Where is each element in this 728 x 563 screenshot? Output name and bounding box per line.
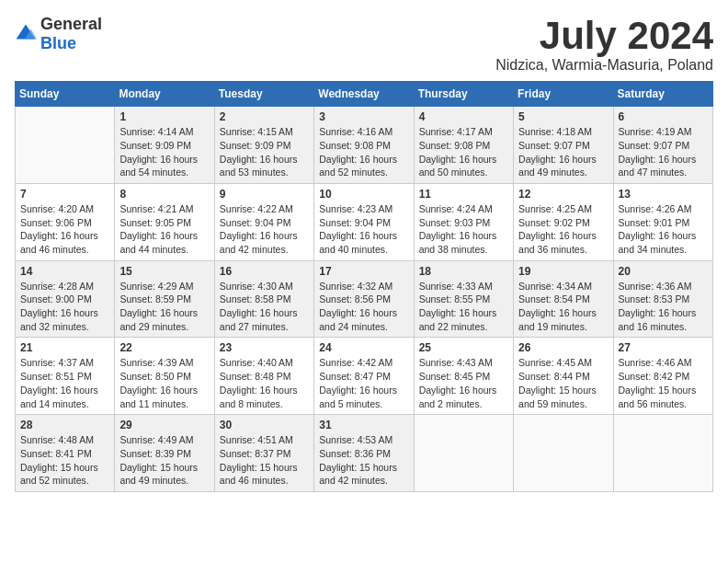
day-info: Sunrise: 4:22 AM Sunset: 9:04 PM Dayligh… <box>220 202 309 257</box>
day-info: Sunrise: 4:34 AM Sunset: 8:54 PM Dayligh… <box>518 280 608 334</box>
calendar-week-row: 21Sunrise: 4:37 AM Sunset: 8:51 PM Dayli… <box>16 338 713 415</box>
day-number: 29 <box>119 419 209 431</box>
calendar-cell: 1Sunrise: 4:14 AM Sunset: 9:09 PM Daylig… <box>115 107 214 184</box>
day-number: 16 <box>220 265 309 278</box>
day-number: 31 <box>319 419 408 431</box>
calendar-cell: 28Sunrise: 4:48 AM Sunset: 8:41 PM Dayli… <box>16 415 115 492</box>
calendar-cell: 5Sunrise: 4:18 AM Sunset: 9:07 PM Daylig… <box>514 107 613 184</box>
calendar-cell: 6Sunrise: 4:19 AM Sunset: 9:07 PM Daylig… <box>613 107 712 184</box>
day-number: 6 <box>619 110 708 123</box>
calendar-cell: 25Sunrise: 4:43 AM Sunset: 8:45 PM Dayli… <box>414 338 513 415</box>
weekday-header-sunday: Sunday <box>16 82 115 107</box>
calendar-week-row: 1Sunrise: 4:14 AM Sunset: 9:09 PM Daylig… <box>16 107 713 184</box>
day-info: Sunrise: 4:39 AM Sunset: 8:50 PM Dayligh… <box>119 356 209 410</box>
day-info: Sunrise: 4:51 AM Sunset: 8:37 PM Dayligh… <box>220 433 309 488</box>
calendar-week-row: 7Sunrise: 4:20 AM Sunset: 9:06 PM Daylig… <box>16 183 713 260</box>
day-info: Sunrise: 4:32 AM Sunset: 8:56 PM Dayligh… <box>319 280 408 334</box>
day-number: 9 <box>220 188 309 201</box>
day-number: 21 <box>20 341 109 354</box>
calendar: SundayMondayTuesdayWednesdayThursdayFrid… <box>15 81 713 492</box>
calendar-week-row: 28Sunrise: 4:48 AM Sunset: 8:41 PM Dayli… <box>16 415 713 492</box>
logo-blue: Blue <box>40 34 76 52</box>
day-info: Sunrise: 4:14 AM Sunset: 9:09 PM Dayligh… <box>119 125 209 179</box>
day-number: 26 <box>518 341 608 354</box>
day-info: Sunrise: 4:43 AM Sunset: 8:45 PM Dayligh… <box>419 356 508 410</box>
weekday-header-wednesday: Wednesday <box>314 82 414 107</box>
calendar-cell: 23Sunrise: 4:40 AM Sunset: 8:48 PM Dayli… <box>214 338 313 415</box>
day-number: 4 <box>419 110 508 123</box>
day-info: Sunrise: 4:24 AM Sunset: 9:03 PM Dayligh… <box>419 202 508 257</box>
day-number: 20 <box>619 265 708 278</box>
calendar-cell: 17Sunrise: 4:32 AM Sunset: 8:56 PM Dayli… <box>314 260 414 338</box>
day-number: 24 <box>319 341 408 354</box>
logo-general: General <box>40 15 102 33</box>
logo-icon <box>15 23 37 45</box>
day-info: Sunrise: 4:40 AM Sunset: 8:48 PM Dayligh… <box>220 356 309 410</box>
day-info: Sunrise: 4:30 AM Sunset: 8:58 PM Dayligh… <box>220 280 309 334</box>
day-number: 13 <box>619 188 708 201</box>
calendar-cell <box>514 415 613 492</box>
calendar-cell: 4Sunrise: 4:17 AM Sunset: 9:08 PM Daylig… <box>414 107 513 184</box>
day-number: 3 <box>319 110 408 123</box>
calendar-cell: 20Sunrise: 4:36 AM Sunset: 8:53 PM Dayli… <box>613 260 712 338</box>
calendar-cell: 14Sunrise: 4:28 AM Sunset: 9:00 PM Dayli… <box>16 260 115 338</box>
calendar-cell <box>414 415 513 492</box>
calendar-cell: 9Sunrise: 4:22 AM Sunset: 9:04 PM Daylig… <box>214 183 313 260</box>
day-number: 14 <box>20 265 109 278</box>
day-info: Sunrise: 4:28 AM Sunset: 9:00 PM Dayligh… <box>20 280 109 334</box>
calendar-cell: 26Sunrise: 4:45 AM Sunset: 8:44 PM Dayli… <box>514 338 613 415</box>
day-info: Sunrise: 4:45 AM Sunset: 8:44 PM Dayligh… <box>518 356 608 410</box>
day-number: 23 <box>220 341 309 354</box>
day-info: Sunrise: 4:23 AM Sunset: 9:04 PM Dayligh… <box>319 202 408 257</box>
calendar-cell: 24Sunrise: 4:42 AM Sunset: 8:47 PM Dayli… <box>314 338 414 415</box>
day-info: Sunrise: 4:53 AM Sunset: 8:36 PM Dayligh… <box>319 433 408 488</box>
day-info: Sunrise: 4:46 AM Sunset: 8:42 PM Dayligh… <box>619 356 708 410</box>
day-number: 11 <box>419 188 508 201</box>
calendar-cell: 7Sunrise: 4:20 AM Sunset: 9:06 PM Daylig… <box>16 183 115 260</box>
calendar-cell: 22Sunrise: 4:39 AM Sunset: 8:50 PM Dayli… <box>115 338 214 415</box>
weekday-header-tuesday: Tuesday <box>214 82 313 107</box>
day-number: 15 <box>119 265 209 278</box>
day-number: 10 <box>319 188 408 201</box>
day-info: Sunrise: 4:20 AM Sunset: 9:06 PM Dayligh… <box>20 202 109 257</box>
day-info: Sunrise: 4:16 AM Sunset: 9:08 PM Dayligh… <box>319 125 408 179</box>
day-info: Sunrise: 4:21 AM Sunset: 9:05 PM Dayligh… <box>119 202 209 257</box>
day-info: Sunrise: 4:15 AM Sunset: 9:09 PM Dayligh… <box>220 125 309 179</box>
calendar-cell: 3Sunrise: 4:16 AM Sunset: 9:08 PM Daylig… <box>314 107 414 184</box>
day-number: 25 <box>419 341 508 354</box>
month-title: July 2024 <box>495 15 713 57</box>
calendar-cell: 27Sunrise: 4:46 AM Sunset: 8:42 PM Dayli… <box>613 338 712 415</box>
weekday-header-thursday: Thursday <box>414 82 513 107</box>
calendar-cell: 19Sunrise: 4:34 AM Sunset: 8:54 PM Dayli… <box>514 260 613 338</box>
weekday-header-friday: Friday <box>514 82 613 107</box>
location-title: Nidzica, Warmia-Masuria, Poland <box>495 57 713 74</box>
weekday-header-monday: Monday <box>115 82 214 107</box>
day-number: 19 <box>518 265 608 278</box>
calendar-cell: 13Sunrise: 4:26 AM Sunset: 9:01 PM Dayli… <box>613 183 712 260</box>
day-number: 30 <box>220 419 309 431</box>
day-number: 1 <box>119 110 209 123</box>
calendar-cell: 12Sunrise: 4:25 AM Sunset: 9:02 PM Dayli… <box>514 183 613 260</box>
title-area: July 2024 Nidzica, Warmia-Masuria, Polan… <box>495 15 713 74</box>
day-info: Sunrise: 4:33 AM Sunset: 8:55 PM Dayligh… <box>419 280 508 334</box>
day-info: Sunrise: 4:29 AM Sunset: 8:59 PM Dayligh… <box>119 280 209 334</box>
day-number: 22 <box>119 341 209 354</box>
logo: General Blue <box>15 15 102 53</box>
day-number: 7 <box>20 188 109 201</box>
day-info: Sunrise: 4:42 AM Sunset: 8:47 PM Dayligh… <box>319 356 408 410</box>
day-info: Sunrise: 4:19 AM Sunset: 9:07 PM Dayligh… <box>619 125 708 179</box>
calendar-cell: 29Sunrise: 4:49 AM Sunset: 8:39 PM Dayli… <box>115 415 214 492</box>
calendar-cell: 10Sunrise: 4:23 AM Sunset: 9:04 PM Dayli… <box>314 183 414 260</box>
calendar-cell: 2Sunrise: 4:15 AM Sunset: 9:09 PM Daylig… <box>214 107 313 184</box>
day-number: 27 <box>619 341 708 354</box>
calendar-cell: 15Sunrise: 4:29 AM Sunset: 8:59 PM Dayli… <box>115 260 214 338</box>
header: General Blue July 2024 Nidzica, Warmia-M… <box>15 15 713 74</box>
calendar-cell: 8Sunrise: 4:21 AM Sunset: 9:05 PM Daylig… <box>115 183 214 260</box>
logo-text: General Blue <box>40 15 102 53</box>
calendar-cell <box>613 415 712 492</box>
day-number: 5 <box>518 110 608 123</box>
day-number: 8 <box>119 188 209 201</box>
day-info: Sunrise: 4:25 AM Sunset: 9:02 PM Dayligh… <box>518 202 608 257</box>
day-number: 28 <box>20 419 109 431</box>
weekday-header-saturday: Saturday <box>613 82 712 107</box>
